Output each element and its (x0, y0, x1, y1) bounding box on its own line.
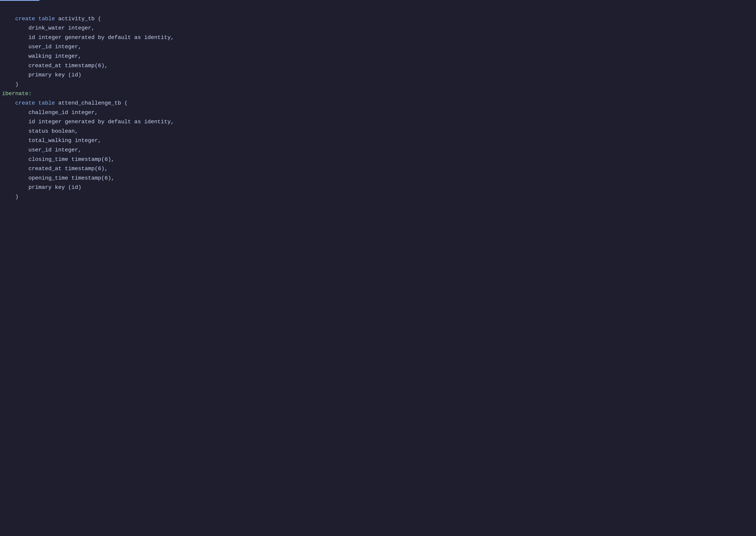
code-line: created_at timestamp(6), (0, 164, 756, 174)
code-line: primary key (id) (0, 183, 756, 192)
code-line: user_id integer, (0, 42, 756, 51)
code-token: created_at timestamp(6), (28, 63, 108, 69)
code-token: create (15, 100, 38, 106)
code-line: id integer generated by default as ident… (0, 117, 756, 127)
code-token: primary key (id) (28, 184, 81, 190)
code-token: ibernate: (2, 90, 32, 97)
code-token: walking integer, (28, 53, 81, 59)
code-line: closing_time timestamp(6), (0, 155, 756, 164)
code-token: user_id integer, (28, 147, 81, 153)
code-token: drink_water integer, (28, 25, 94, 31)
code-token: created_at timestamp(6), (28, 166, 108, 172)
code-token: total_walking integer, (28, 137, 101, 144)
code-token: id integer generated by default as ident… (28, 119, 174, 125)
code-token: attend_challenge_tb ( (58, 100, 128, 106)
code-token: primary key (id) (28, 72, 81, 78)
code-line: total_walking integer, (0, 136, 756, 145)
code-token: user_id integer, (28, 44, 81, 50)
code-token: challenge_id integer, (28, 110, 98, 116)
code-token: opening_time timestamp(6), (28, 175, 115, 181)
code-line: ) (0, 192, 756, 202)
code-line: id integer generated by default as ident… (0, 33, 756, 42)
code-token: create (15, 16, 38, 22)
code-token: id integer generated by default as ident… (28, 34, 174, 41)
code-line: drink_water integer, (0, 23, 756, 33)
code-token: status boolean, (28, 128, 78, 134)
code-line: created_at timestamp(6), (0, 61, 756, 71)
code-token: ) (15, 81, 18, 87)
code-token: ) (15, 194, 18, 200)
code-line: primary key (id) (0, 70, 756, 80)
code-line: challenge_id integer, (0, 108, 756, 117)
code-line: create table activity_tb ( (0, 14, 756, 24)
code-line: ) (0, 80, 756, 89)
code-line: ibernate: (0, 89, 756, 98)
code-line: walking integer, (0, 51, 756, 61)
code-editor: create table activity_tb ( drink_water i… (0, 1, 756, 205)
code-line: opening_time timestamp(6), (0, 174, 756, 183)
code-token: activity_tb ( (58, 16, 101, 22)
code-line: status boolean, (0, 127, 756, 136)
code-token: table (38, 100, 58, 106)
code-token: table (38, 16, 58, 22)
code-token: closing_time timestamp(6), (28, 156, 115, 162)
code-line: user_id integer, (0, 145, 756, 155)
code-line: create table attend_challenge_tb ( (0, 98, 756, 108)
